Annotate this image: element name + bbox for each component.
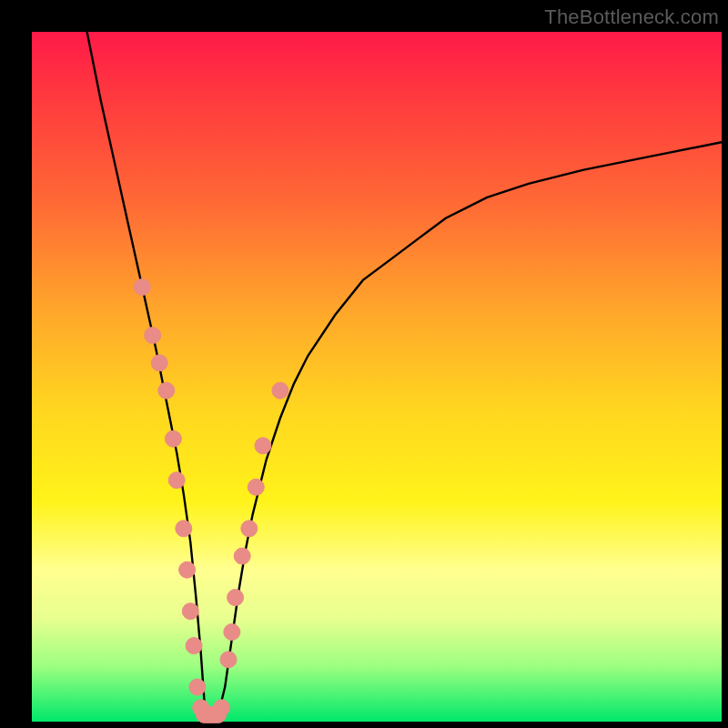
data-marker bbox=[248, 479, 264, 495]
data-marker bbox=[272, 382, 288, 399]
data-marker bbox=[234, 548, 250, 564]
data-marker bbox=[158, 382, 175, 399]
data-marker bbox=[168, 472, 185, 489]
data-marker bbox=[134, 279, 150, 296]
watermark-text: TheBottleneck.com bbox=[544, 5, 719, 29]
data-marker bbox=[186, 638, 202, 654]
data-marker bbox=[189, 679, 206, 695]
data-marker bbox=[241, 521, 258, 537]
data-marker bbox=[176, 521, 192, 537]
data-marker bbox=[179, 561, 196, 578]
data-marker bbox=[151, 355, 167, 371]
data-marker bbox=[224, 624, 240, 641]
chart-svg bbox=[32, 32, 722, 722]
data-marker bbox=[145, 328, 161, 344]
data-marker bbox=[220, 652, 237, 668]
marker-group bbox=[134, 279, 288, 723]
data-marker bbox=[165, 430, 181, 447]
data-marker bbox=[255, 438, 271, 454]
data-marker bbox=[228, 590, 244, 606]
data-marker bbox=[214, 700, 230, 716]
chart-frame: TheBottleneck.com bbox=[0, 0, 728, 728]
data-marker bbox=[182, 603, 198, 620]
